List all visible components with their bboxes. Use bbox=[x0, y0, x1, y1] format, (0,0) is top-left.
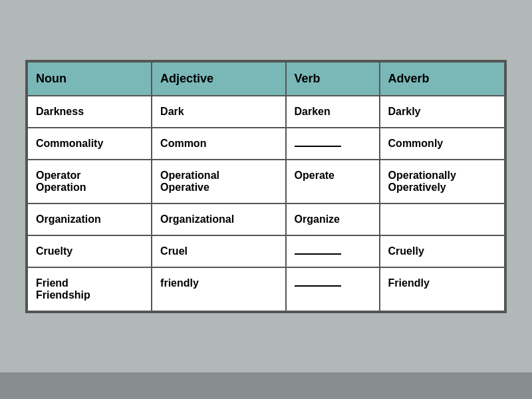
cell-adverb: Commonly bbox=[380, 128, 505, 160]
cell-verb bbox=[286, 267, 380, 311]
blank-line bbox=[295, 285, 341, 287]
cell-adjective: Organizational bbox=[152, 203, 285, 235]
cell-adverb: Cruelly bbox=[380, 235, 505, 267]
blank-line bbox=[295, 253, 341, 255]
cell-noun: Darkness bbox=[27, 96, 152, 128]
table-row: Friend Friendship friendlyFriendly bbox=[27, 267, 505, 311]
cell-adjective: Dark bbox=[152, 96, 285, 128]
bottom-bar bbox=[0, 372, 532, 399]
header-verb: Verb bbox=[286, 62, 380, 96]
cell-adverb: Friendly bbox=[380, 267, 505, 311]
cell-adjective: Operational Operative bbox=[152, 160, 285, 203]
table-row: CrueltyCruelCruelly bbox=[27, 235, 505, 267]
table-row: CommonalityCommonCommonly bbox=[27, 128, 505, 160]
table-row: Operator OperationOperational OperativeO… bbox=[27, 160, 505, 203]
cell-noun: Cruelty bbox=[27, 235, 152, 267]
cell-verb bbox=[286, 128, 380, 160]
table-row: DarknessDarkDarkenDarkly bbox=[27, 96, 505, 128]
cell-adverb: Darkly bbox=[380, 96, 505, 128]
cell-adverb: Operationally Operatively bbox=[380, 160, 505, 203]
cell-adverb bbox=[380, 203, 505, 235]
cell-noun: Organization bbox=[27, 203, 152, 235]
cell-noun: Commonality bbox=[27, 128, 152, 160]
cell-verb: Organize bbox=[286, 203, 380, 235]
word-table-wrapper: Noun Adjective Verb Adverb DarknessDarkD… bbox=[25, 60, 507, 313]
table-body: DarknessDarkDarkenDarklyCommonalityCommo… bbox=[27, 96, 505, 311]
word-table: Noun Adjective Verb Adverb DarknessDarkD… bbox=[27, 61, 505, 312]
header-noun: Noun bbox=[27, 62, 152, 96]
cell-adjective: friendly bbox=[152, 267, 285, 311]
cell-noun: Friend Friendship bbox=[27, 267, 152, 311]
header-row: Noun Adjective Verb Adverb bbox=[27, 62, 505, 96]
cell-verb: Operate bbox=[286, 160, 380, 203]
blank-line bbox=[295, 146, 341, 147]
table-row: OrganizationOrganizationalOrganize bbox=[27, 203, 505, 235]
cell-adjective: Common bbox=[152, 128, 285, 160]
cell-verb: Darken bbox=[286, 96, 380, 128]
cell-noun: Operator Operation bbox=[27, 160, 152, 203]
header-adverb: Adverb bbox=[380, 62, 505, 96]
cell-verb bbox=[286, 235, 380, 267]
header-adjective: Adjective bbox=[152, 62, 285, 96]
cell-adjective: Cruel bbox=[152, 235, 285, 267]
